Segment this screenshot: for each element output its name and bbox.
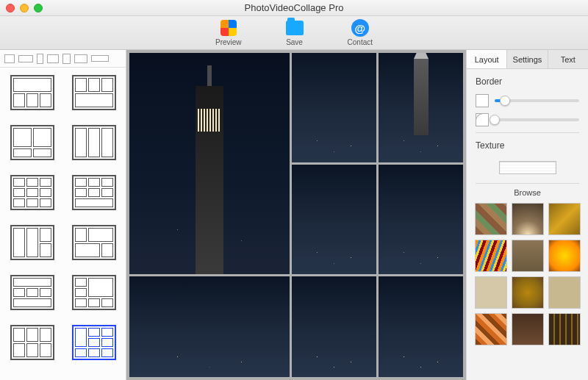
browse-label: Browse [467, 184, 588, 200]
collage-cell[interactable] [379, 165, 463, 274]
canvas-area [126, 50, 466, 380]
template-item[interactable] [72, 275, 116, 310]
main-area: Layout Settings Text Border Texture Brow… [0, 50, 588, 380]
collage-cell[interactable] [292, 165, 376, 274]
template-item-selected[interactable] [72, 325, 116, 360]
aspect-4-3[interactable] [47, 54, 59, 63]
aspect-wide[interactable] [18, 55, 33, 62]
aspect-landscape[interactable] [74, 54, 87, 63]
texture-swatch[interactable] [475, 276, 507, 309]
texture-swatch[interactable] [548, 240, 581, 272]
collage-cell[interactable] [292, 53, 376, 162]
tab-text[interactable]: Text [548, 50, 588, 68]
slider-thumb[interactable] [490, 115, 500, 125]
preview-button[interactable]: Preview [215, 19, 242, 46]
texture-swatch[interactable] [548, 313, 581, 345]
aspect-square[interactable] [4, 54, 15, 63]
collage-cell[interactable] [129, 276, 290, 377]
texture-swatch[interactable] [475, 240, 507, 272]
aspect-portrait[interactable] [62, 54, 71, 64]
inspector-tabs: Layout Settings Text [467, 50, 588, 69]
aspect-ratio-row [0, 50, 126, 68]
texture-swatch[interactable] [548, 203, 581, 235]
texture-section-label: Texture [467, 133, 588, 155]
collage-cell[interactable] [292, 276, 376, 377]
preview-label: Preview [215, 38, 242, 46]
texture-swatch[interactable] [475, 203, 507, 235]
border-radius-row [467, 110, 588, 129]
template-item[interactable] [10, 225, 54, 260]
inspector-panel: Layout Settings Text Border Texture Brow… [466, 50, 588, 380]
close-window-button[interactable] [6, 4, 15, 12]
collage-cell[interactable] [129, 53, 290, 274]
template-item[interactable] [10, 325, 54, 360]
collage-cell[interactable] [379, 53, 463, 162]
folder-icon [286, 19, 304, 37]
save-button[interactable]: Save [286, 19, 304, 46]
minimize-window-button[interactable] [20, 4, 29, 12]
preview-icon [220, 19, 237, 37]
aspect-tall[interactable] [37, 54, 43, 64]
template-item[interactable] [10, 175, 54, 210]
texture-swatch[interactable] [475, 313, 507, 345]
slider-thumb[interactable] [500, 96, 510, 106]
tab-layout[interactable]: Layout [467, 50, 507, 68]
border-section-label: Border [467, 69, 588, 91]
template-item[interactable] [10, 125, 54, 160]
contact-label: Contact [348, 38, 373, 46]
border-width-row [467, 91, 588, 110]
texture-browser [467, 200, 588, 348]
window-controls [6, 4, 43, 12]
template-item[interactable] [10, 75, 54, 110]
texture-swatch[interactable] [548, 276, 581, 309]
texture-swatch[interactable] [512, 240, 544, 272]
template-item[interactable] [72, 225, 116, 260]
collage-canvas[interactable] [129, 53, 463, 377]
contact-button[interactable]: @ Contact [348, 19, 373, 46]
texture-swatch[interactable] [512, 203, 544, 235]
template-item[interactable] [72, 125, 116, 160]
texture-swatch[interactable] [512, 313, 544, 345]
main-toolbar: Preview Save @ Contact [0, 16, 588, 50]
window-titlebar: PhotoVideoCollage Pro [0, 0, 588, 16]
zoom-window-button[interactable] [34, 4, 43, 12]
save-label: Save [286, 38, 303, 46]
at-sign-icon: @ [351, 19, 369, 37]
collage-cell[interactable] [379, 276, 463, 377]
template-item[interactable] [72, 175, 116, 210]
border-radius-icon [476, 113, 489, 126]
tab-settings[interactable]: Settings [507, 50, 548, 68]
texture-swatch[interactable] [512, 276, 544, 309]
border-radius-slider[interactable] [495, 118, 579, 121]
border-width-icon [476, 94, 489, 107]
window-title: PhotoVideoCollage Pro [0, 2, 588, 13]
template-grid [0, 68, 126, 368]
templates-sidebar [0, 50, 126, 380]
texture-preview[interactable] [499, 161, 556, 174]
template-item[interactable] [72, 75, 116, 110]
aspect-panorama[interactable] [91, 55, 109, 62]
template-item[interactable] [10, 275, 54, 310]
border-width-slider[interactable] [495, 99, 579, 102]
